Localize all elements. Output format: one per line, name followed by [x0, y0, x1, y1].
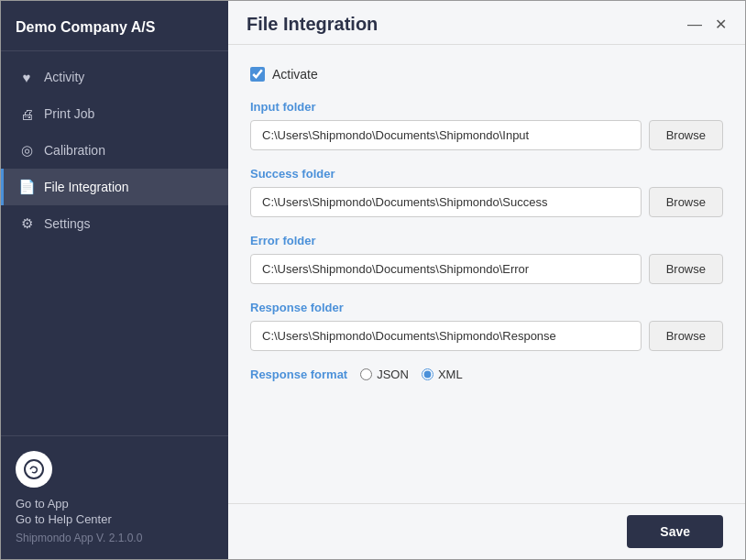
input-folder-group: Input folder Browse	[250, 100, 723, 150]
activate-row: Activate	[250, 67, 723, 82]
app-window: Demo Company A/S ♥ Activity 🖨 Print Job …	[0, 0, 746, 560]
svg-point-0	[25, 460, 43, 478]
version-label: Shipmondo App V. 2.1.0.0	[16, 532, 214, 544]
radio-json-label: JSON	[377, 368, 409, 381]
radio-xml-label: XML	[438, 368, 463, 381]
radio-xml-input[interactable]	[422, 368, 433, 380]
success-folder-browse-button[interactable]: Browse	[649, 187, 723, 217]
radio-json-input[interactable]	[360, 368, 372, 380]
close-button[interactable]: ✕	[715, 17, 727, 32]
sidebar-item-print-job[interactable]: 🖨 Print Job	[1, 95, 228, 132]
page-title: File Integration	[247, 14, 378, 35]
print-icon: 🖨	[18, 105, 35, 122]
sidebar-item-calibration[interactable]: ◎ Calibration	[1, 132, 228, 169]
error-folder-row: Browse	[250, 254, 723, 284]
sidebar-item-label: Activity	[44, 70, 84, 84]
response-folder-browse-button[interactable]: Browse	[649, 321, 723, 351]
sidebar-item-file-integration[interactable]: 📄 File Integration	[1, 169, 228, 205]
sidebar-item-label: Print Job	[44, 106, 94, 121]
activity-icon: ♥	[18, 69, 35, 85]
logo-svg	[23, 458, 45, 480]
activate-label[interactable]: Activate	[272, 67, 318, 82]
sidebar-item-activity[interactable]: ♥ Activity	[1, 59, 228, 95]
input-folder-browse-button[interactable]: Browse	[649, 120, 723, 150]
footer-actions: Save	[228, 503, 745, 559]
error-folder-group: Error folder Browse	[250, 234, 723, 284]
radio-json-option[interactable]: JSON	[360, 368, 409, 381]
response-folder-label: Response folder	[250, 301, 723, 314]
goto-app-link[interactable]: Go to App	[16, 497, 214, 511]
sidebar-item-label: Settings	[44, 216, 91, 231]
response-format-row: Response format JSON XML	[250, 368, 723, 381]
success-folder-group: Success folder Browse	[250, 167, 723, 217]
settings-icon: ⚙	[18, 215, 35, 232]
error-folder-browse-button[interactable]: Browse	[649, 254, 723, 284]
response-folder-row: Browse	[250, 321, 723, 351]
titlebar: File Integration — ✕	[228, 1, 745, 45]
response-folder-input[interactable]	[250, 321, 642, 351]
sidebar-item-label: Calibration	[44, 143, 105, 158]
minimize-button[interactable]: —	[687, 17, 702, 32]
content-area: Activate Input folder Browse Success fol…	[228, 45, 745, 503]
input-folder-label: Input folder	[250, 100, 723, 114]
input-folder-row: Browse	[250, 120, 723, 150]
sidebar-item-settings[interactable]: ⚙ Settings	[1, 205, 228, 242]
input-folder-input[interactable]	[250, 120, 642, 150]
success-folder-input[interactable]	[250, 187, 642, 217]
calibration-icon: ◎	[18, 142, 35, 159]
success-folder-row: Browse	[250, 187, 723, 217]
sidebar-item-label: File Integration	[44, 180, 129, 194]
response-format-radio-group: JSON XML	[360, 368, 462, 381]
sidebar-nav: ♥ Activity 🖨 Print Job ◎ Calibration 📄 F…	[1, 51, 228, 435]
activate-checkbox[interactable]	[250, 67, 265, 82]
response-format-label: Response format	[250, 368, 347, 381]
company-name: Demo Company A/S	[1, 1, 228, 51]
sidebar: Demo Company A/S ♥ Activity 🖨 Print Job …	[1, 1, 228, 559]
error-folder-label: Error folder	[250, 234, 723, 247]
error-folder-input[interactable]	[250, 254, 642, 284]
window-controls: — ✕	[687, 17, 727, 32]
logo	[16, 451, 52, 488]
radio-xml-option[interactable]: XML	[422, 368, 463, 381]
response-folder-group: Response folder Browse	[250, 301, 723, 351]
success-folder-label: Success folder	[250, 167, 723, 181]
sidebar-footer: Go to App Go to Help Center Shipmondo Ap…	[1, 435, 228, 559]
save-button[interactable]: Save	[627, 515, 723, 548]
main-panel: File Integration — ✕ Activate Input fold…	[228, 1, 745, 559]
goto-help-link[interactable]: Go to Help Center	[16, 512, 214, 526]
file-integration-icon: 📄	[18, 179, 35, 195]
